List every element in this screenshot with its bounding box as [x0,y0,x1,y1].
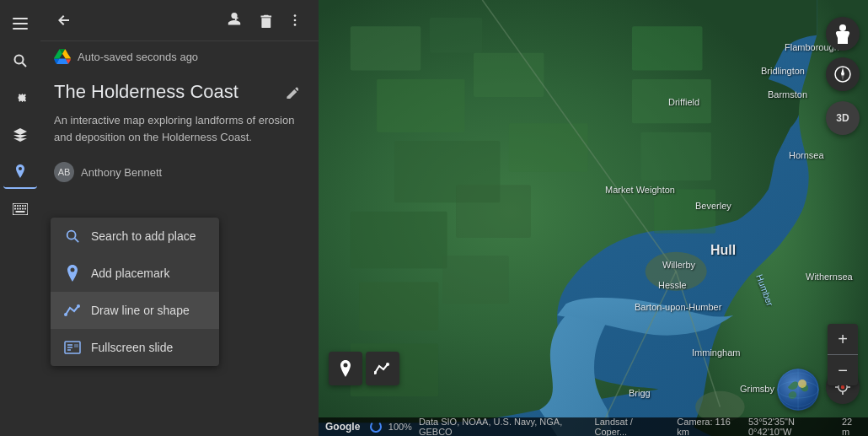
svg-point-64 [798,379,806,388]
dropdown-add-placemark[interactable]: Add placemark [51,255,219,292]
map-title: The Holderness Coast [54,81,238,103]
sidebar [0,0,40,436]
svg-point-23 [77,304,80,308]
3d-button[interactable]: 3D [826,101,860,135]
imagery-source: Landsat / Coper... [595,417,664,436]
svg-rect-42 [632,79,711,123]
layers-icon[interactable] [3,118,37,152]
draw-line-label: Draw line or shape [91,304,190,317]
svg-point-20 [67,231,76,240]
svg-rect-31 [430,18,483,53]
autosaved-bar: Auto-saved seconds ago [40,41,319,72]
map-svg [319,0,868,436]
pegman-button[interactable] [826,17,860,51]
search-place-icon [64,228,81,245]
avatar: AB [54,162,74,182]
google-logo: Google [325,421,360,433]
location-icon[interactable] [3,155,37,189]
collaborator-row: AB Anthony Bennett [40,155,319,189]
autosaved-text: Auto-saved seconds ago [78,51,198,63]
camera-info: Camera: 116 km [677,417,742,436]
dropdown-search-place[interactable]: Search to add place [51,218,219,255]
compass-button[interactable] [826,57,860,91]
draw-tool[interactable] [366,352,399,385]
map-area[interactable]: Flamborough Bridlington Driffield Barmst… [319,0,868,436]
svg-rect-7 [17,205,19,207]
search-icon[interactable] [3,44,37,78]
svg-rect-1 [13,23,28,24]
svg-rect-41 [632,26,703,70]
zoom-percent: 100% [388,422,412,432]
add-placemark-label: Add placemark [91,266,169,280]
svg-rect-14 [22,208,24,210]
search-place-label: Search to add place [91,229,196,243]
svg-rect-38 [359,282,438,330]
svg-rect-10 [24,205,26,207]
svg-point-22 [64,313,67,316]
svg-rect-16 [16,211,25,213]
svg-rect-15 [24,208,26,210]
coordinates: 53°52'35"N 0°42'10"W [748,417,835,436]
panel-actions [221,7,308,34]
svg-rect-28 [74,344,78,347]
svg-rect-32 [377,79,464,132]
globe-icon [777,369,819,411]
map-bottom-toolbar [329,352,399,385]
fullscreen-label: Fullscreen slide [91,341,173,354]
svg-rect-11 [14,208,16,210]
svg-rect-6 [14,205,16,207]
svg-point-50 [839,24,846,31]
settings-icon[interactable] [3,81,37,115]
panel-header [40,0,319,41]
zoom-out-button[interactable]: − [828,355,858,385]
author-name: Anthony Bennett [81,166,162,179]
svg-point-55 [841,385,845,390]
map-background: Flamborough Bridlington Driffield Barmst… [319,0,868,436]
google-drive-icon [54,48,71,65]
dropdown-fullscreen-slide[interactable]: Fullscreen slide [51,329,219,366]
svg-rect-30 [351,26,421,70]
svg-rect-2 [13,28,28,30]
svg-point-3 [15,56,24,64]
fullscreen-icon [64,339,81,356]
svg-point-17 [294,14,297,17]
svg-rect-13 [19,208,21,210]
globe-button[interactable] [777,369,819,411]
status-bar: Google 100% Data SIO, NOAA, U.S. Navy, N… [319,417,868,436]
svg-rect-8 [19,205,21,207]
map-description: An interactive map exploring landforms o… [54,112,305,145]
delete-button[interactable] [251,7,278,34]
svg-rect-12 [17,208,19,210]
add-marker-tool[interactable] [329,352,362,385]
svg-rect-39 [442,256,508,304]
menu-icon[interactable] [3,7,37,40]
draw-line-icon [64,302,81,319]
dropdown-menu: Search to add place Add placemark Draw l… [51,218,219,366]
3d-label: 3D [836,112,849,124]
back-button[interactable] [51,7,78,34]
svg-point-18 [294,19,297,22]
svg-rect-9 [22,205,24,207]
svg-rect-0 [13,18,28,19]
svg-rect-44 [654,190,715,234]
placemark-icon [64,265,81,282]
zoom-in-button[interactable]: + [828,324,858,354]
loading-indicator [370,421,381,433]
svg-rect-33 [474,53,544,97]
keyboard-icon[interactable] [3,192,37,226]
svg-rect-43 [640,132,711,180]
svg-point-66 [386,363,389,366]
map-title-section: The Holderness Coast An interactive map … [40,72,319,155]
add-person-button[interactable] [221,7,248,34]
dropdown-draw-line[interactable]: Draw line or shape [51,292,219,329]
svg-line-4 [23,63,27,67]
svg-rect-36 [351,212,447,269]
svg-point-19 [294,24,297,26]
svg-line-21 [75,239,79,243]
data-source: Data SIO, NOAA, U.S. Navy, NGA, GEBCO [419,417,588,436]
scale: 22 m [842,417,861,436]
edit-title-button[interactable] [278,78,305,105]
svg-rect-37 [456,185,531,238]
more-options-button[interactable] [281,7,308,34]
zoom-controls: + − [828,324,858,385]
